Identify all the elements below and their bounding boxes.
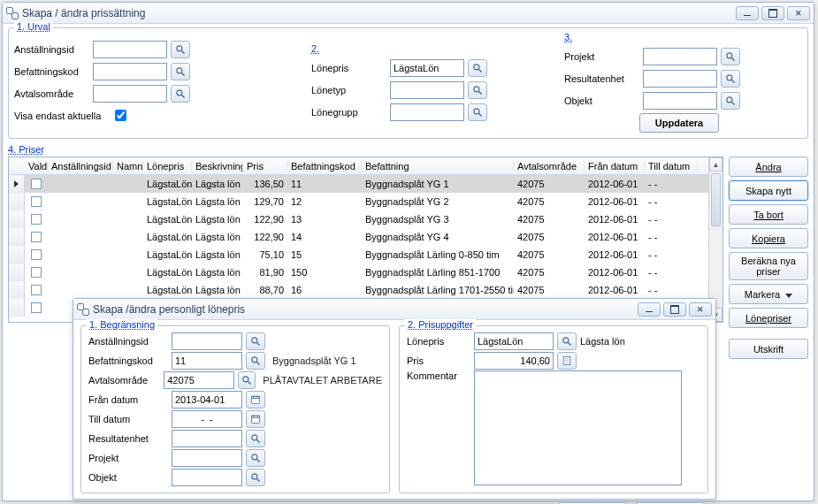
s-pris-note[interactable] [557, 352, 577, 370]
tabort-button[interactable]: Ta bort [729, 204, 808, 225]
s-fran-input[interactable] [172, 391, 242, 409]
scroll-up-icon[interactable]: ▲ [709, 157, 722, 172]
row-header[interactable] [9, 193, 25, 210]
resultat-input[interactable] [643, 70, 717, 88]
app-icon [6, 7, 19, 19]
row-checkbox-cell[interactable] [25, 232, 48, 242]
befkod-lookup[interactable] [171, 63, 190, 80]
objekt-label: Objekt [564, 95, 639, 106]
row-header[interactable] [9, 263, 25, 281]
visa-checkbox[interactable] [115, 110, 126, 121]
s-till-calendar[interactable] [246, 410, 265, 428]
anst-input[interactable] [93, 41, 167, 58]
lonepris-input[interactable] [390, 59, 464, 77]
befkod-input[interactable] [93, 63, 167, 80]
s-befkod-lookup[interactable] [246, 352, 265, 370]
section2-label[interactable]: 2. [311, 43, 559, 54]
andra-button[interactable]: Ändra [729, 157, 808, 177]
table-row[interactable]: LägstaLön Lägsta lön 136,50 11 Byggnadsp… [9, 175, 722, 193]
avtal-input[interactable] [93, 85, 167, 103]
table-row[interactable]: LägstaLön Lägsta lön 81,90 150 Byggnadsp… [9, 263, 722, 281]
visa-label: Visa endast aktuella [14, 111, 111, 121]
s-till-input[interactable] [172, 410, 242, 428]
markera-button[interactable]: Markera [729, 284, 808, 304]
s-anst-lookup[interactable] [246, 332, 265, 350]
s-pris-input[interactable] [474, 352, 554, 370]
app-icon [77, 303, 89, 316]
lonepriser-button[interactable]: Lönepriser [729, 308, 808, 328]
table-row[interactable]: LägstaLön Lägsta lön 129,70 12 Byggnadsp… [9, 193, 722, 210]
close-button[interactable]: ✕ [787, 6, 810, 20]
lonegrupp-lookup[interactable] [468, 103, 487, 121]
row-header[interactable] [9, 246, 25, 263]
search-icon [472, 85, 483, 95]
s-fran-label: Från datum [88, 394, 168, 405]
lonetyp-lookup[interactable] [468, 81, 487, 99]
row-checkbox-cell[interactable] [25, 214, 48, 225]
resultat-lookup[interactable] [721, 70, 740, 88]
minimize-button[interactable] [736, 6, 759, 20]
s-anst-input[interactable] [172, 332, 242, 350]
row-header[interactable] [9, 175, 25, 193]
s-lonepris-lookup[interactable] [557, 332, 577, 350]
row-checkbox-cell[interactable] [25, 267, 48, 278]
urval-label[interactable]: 1. Urval [14, 21, 53, 32]
s-avtal-lookup[interactable] [238, 371, 256, 389]
s-objekt-input[interactable] [172, 469, 242, 486]
maximize-button[interactable] [761, 6, 784, 20]
search-icon [725, 95, 736, 106]
row-checkbox-cell[interactable] [25, 179, 48, 189]
table-row[interactable]: LägstaLön Lägsta lön 122,90 14 Byggnadsp… [9, 228, 722, 246]
s-projekt-lookup[interactable] [246, 449, 265, 467]
sub-close-button[interactable]: ✕ [689, 302, 712, 317]
table-row[interactable]: LägstaLön Lägsta lön 75,10 15 Byggnadspl… [9, 246, 722, 263]
lonepris-lookup[interactable] [468, 59, 487, 77]
row-checkbox-cell[interactable] [25, 285, 48, 295]
search-icon [472, 63, 483, 73]
s-lonepris-label: Lönepris [407, 336, 470, 347]
s-lonepris-input[interactable] [474, 332, 554, 350]
priser-label[interactable]: 4. Priser [8, 144, 44, 155]
projekt-lookup[interactable] [721, 48, 740, 65]
skapa-button[interactable]: Skapa nytt [729, 180, 808, 201]
utskrift-button[interactable]: Utskrift [729, 339, 808, 359]
s-resultat-input[interactable] [172, 430, 242, 447]
row-checkbox-cell[interactable] [25, 302, 48, 313]
anst-lookup[interactable] [171, 41, 190, 58]
objekt-lookup[interactable] [721, 92, 740, 110]
row-header[interactable] [9, 228, 25, 246]
row-header[interactable] [9, 210, 25, 228]
sub-minimize-button[interactable] [638, 302, 661, 317]
s-resultat-lookup[interactable] [246, 430, 265, 447]
row-header[interactable] [9, 299, 25, 317]
s-projekt-input[interactable] [172, 449, 242, 467]
search-icon [250, 355, 261, 366]
checkbox-icon [31, 214, 42, 225]
avtal-lookup[interactable] [171, 85, 190, 103]
s-anst-label: Anställningsid [88, 336, 168, 347]
s-fran-calendar[interactable] [246, 391, 265, 409]
kopiera-button[interactable]: Kopiera [729, 228, 808, 248]
s-befkod-input[interactable] [172, 352, 242, 370]
row-checkbox-cell[interactable] [25, 249, 48, 260]
begr-label[interactable]: 1. Begränsning [87, 319, 157, 330]
berakna-button[interactable]: Beräkna nya priser [729, 252, 808, 280]
sub-maximize-button[interactable] [663, 302, 686, 317]
row-checkbox-cell[interactable] [25, 196, 48, 207]
scroll-thumb[interactable] [711, 173, 721, 226]
lonetyp-input[interactable] [390, 81, 464, 99]
prisupp-label[interactable]: 2. Prisuppgifter [405, 319, 476, 330]
objekt-input[interactable] [643, 92, 717, 110]
row-header[interactable] [9, 281, 25, 299]
s-avtal-input[interactable] [164, 371, 234, 389]
search-icon [562, 336, 572, 347]
table-row[interactable]: LägstaLön Lägsta lön 122,90 13 Byggnadsp… [9, 210, 722, 228]
s-kommentar-input[interactable] [474, 370, 682, 485]
s-objekt-lookup[interactable] [246, 469, 265, 486]
lonegrupp-input[interactable] [390, 103, 464, 121]
search-icon [250, 433, 261, 444]
update-button[interactable]: Uppdatera [639, 113, 719, 133]
projekt-input[interactable] [643, 48, 717, 65]
table-row[interactable]: LägstaLön Lägsta lön 88,70 16 Byggnadspl… [9, 281, 722, 299]
section3-label[interactable]: 3. [564, 32, 802, 42]
